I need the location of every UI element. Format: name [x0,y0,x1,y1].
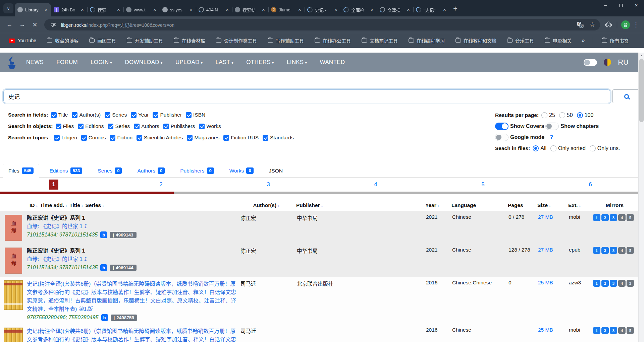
mirror-2[interactable]: 2 [601,214,609,221]
browser-tab-ssyes[interactable]: ss.yes ✕ [160,3,196,16]
browser-tab-www[interactable]: www.t ✕ [123,3,160,16]
scroll-up-arrow-icon[interactable]: ▲ [639,53,644,58]
tab-json[interactable]: JSON [264,164,288,177]
book-cover[interactable] [4,328,23,342]
bookmark-folder[interactable]: 画图工具 [85,36,120,46]
mirror-5[interactable]: 5 [627,247,634,254]
series-number[interactable]: 1 [84,256,87,262]
mirror-4[interactable]: 4 [618,214,626,221]
bookmarks-overflow-chevron[interactable]: » [578,37,588,44]
bookmark-folder[interactable]: 文档笔记工具 [358,36,402,46]
window-close-button[interactable]: ✕ [629,0,644,11]
file-id-badge[interactable]: |4969143 [110,232,136,238]
series-number[interactable]: 1 [84,223,87,229]
checkbox-checked-icon[interactable] [81,135,87,141]
checkbox-checked-icon[interactable] [134,124,140,129]
page-6-link[interactable]: 6 [589,181,592,188]
sif-only-unsorted[interactable]: Only uns. [590,145,620,151]
tab-publishers[interactable]: Publishers0 [175,164,219,177]
book-cover[interactable]: 血缘 [5,248,22,274]
scrollbar-thumb[interactable] [639,59,644,122]
toggle-off-icon[interactable] [495,134,508,141]
bookmark-folder[interactable]: 在线办公工具 [311,36,355,46]
mirror-2[interactable]: 2 [601,247,609,254]
mirror-3[interactable]: 3 [610,247,617,254]
checkbox-checked-icon[interactable] [137,135,142,141]
toggle-off-icon[interactable] [545,123,559,130]
tab-works[interactable]: Works0 [224,164,259,177]
radio-selected-icon[interactable] [577,112,583,118]
browser-tab-jiumo[interactable]: Jiumo ✕ [268,3,305,16]
mirror-1[interactable]: 1 [593,247,600,254]
topic-libgen[interactable]: Libgen [54,135,77,141]
tab-close-icon[interactable]: ✕ [225,7,229,13]
radio-selected-icon[interactable] [533,145,539,151]
book-title[interactable]: 陈正宏讲《史记》系列 1 [27,214,236,222]
show-covers-toggle[interactable]: Show Covers [495,123,544,130]
mirror-2[interactable]: 2 [601,280,609,287]
mirror-1[interactable]: 1 [593,280,600,287]
nav-last[interactable]: LAST [216,59,234,66]
tab-close-icon[interactable]: ✕ [116,7,121,13]
topic-standards[interactable]: Standards [263,135,294,141]
sort-publisher[interactable]: Publisher↕ [295,200,424,211]
search-input[interactable] [3,89,610,103]
browser-tab-shiji-quoted[interactable]: "史记" ✕ [413,3,449,16]
series-link[interactable]: 血缘: 《史记》的世家 1 [27,256,83,262]
site-settings-icon[interactable] [49,20,58,29]
biblio-badge[interactable]: b [100,264,107,271]
book-cover[interactable] [4,280,23,310]
checkbox-checked-icon[interactable] [263,135,268,141]
book-title-link[interactable]: 史记(精注全译)(套装共6册)（崇贤馆图书精编无障碍阅读版本，纸质书畅销数百万册… [27,281,236,312]
filter-isbn[interactable]: ISBN [186,112,205,118]
mirror-5[interactable]: 5 [627,280,634,287]
browser-tab-sousuojie[interactable]: 搜索结 ✕ [232,3,268,16]
rpp-25[interactable]: 25 [541,112,555,118]
object-publishers[interactable]: Publishers [163,123,195,129]
stop-loading-button[interactable]: ✕ [30,19,40,30]
tab-close-icon[interactable]: ✕ [44,7,48,13]
theme-toggle-icon[interactable] [604,59,611,66]
nav-wanted[interactable]: WANTED [320,59,345,66]
bookmark-folder[interactable]: 在线编程学习 [405,36,449,46]
tab-close-icon[interactable]: ✕ [334,7,338,13]
page-4-link[interactable]: 4 [374,181,377,188]
filter-publisher[interactable]: Publisher [153,112,182,118]
rpp-50[interactable]: 50 [559,112,573,118]
tab-authors[interactable]: Authors0 [132,164,170,177]
book-title[interactable]: 陈正宏讲《史记》系列 1 [27,247,236,255]
biblio-badge[interactable]: b [100,231,107,238]
sort-series[interactable]: Series↕ [86,202,105,208]
mirror-4[interactable]: 4 [618,327,626,334]
tab-editions[interactable]: Editions533 [44,164,88,177]
sort-time-added[interactable]: Time add.↕ [40,202,68,208]
sif-all[interactable]: All [533,145,546,151]
page-2-link[interactable]: 2 [159,181,162,188]
topic-comics[interactable]: Comics [81,135,106,141]
window-minimize-button[interactable]: ─ [598,0,613,11]
checkbox-checked-icon[interactable] [105,112,110,118]
sort-id[interactable]: ID↕ [30,202,39,208]
filter-title[interactable]: Title [51,112,68,118]
browser-tab-404[interactable]: 404 N ✕ [196,3,232,16]
file-id-badge[interactable]: |2498759 [111,315,137,321]
mirror-4[interactable]: 4 [618,247,626,254]
checkbox-checked-icon[interactable] [131,112,137,118]
topic-fiction[interactable]: Fiction [110,135,132,141]
new-tab-button[interactable]: ＋ [453,5,458,12]
bookmark-folder[interactable]: 在线素材库 [170,36,209,46]
radio-icon[interactable] [590,145,596,151]
checkbox-checked-icon[interactable] [51,112,57,118]
bookmark-folder[interactable]: 音乐工具 [503,36,538,46]
show-chapters-toggle[interactable]: Show chapters [545,123,599,130]
mirror-1[interactable]: 1 [593,214,600,221]
nav-download[interactable]: DOWNLOAD [125,59,162,66]
browser-tab-24h[interactable]: 24h Bo ✕ [51,3,87,16]
size-link[interactable]: 27 MB [538,214,553,220]
header-toggle[interactable] [584,59,597,66]
sort-size[interactable]: Size↕ [536,200,567,211]
url-text[interactable]: libgen.rocks/index.php?req=史记&res=100&co… [61,21,573,28]
browser-menu-icon[interactable]: ⋮ [632,21,640,28]
nav-forum[interactable]: FORUM [56,59,78,66]
tab-close-icon[interactable]: ✕ [406,7,411,13]
